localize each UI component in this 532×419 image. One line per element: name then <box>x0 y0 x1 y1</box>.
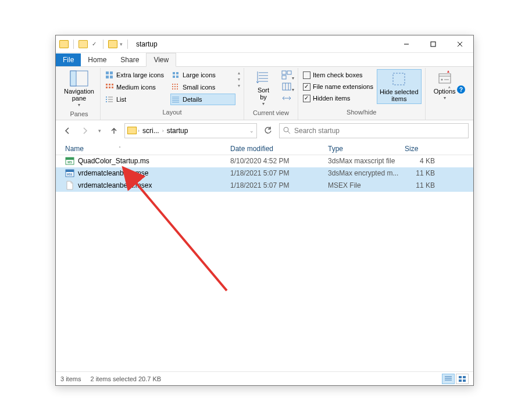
layout-list[interactable]: List <box>104 94 169 105</box>
svg-rect-26 <box>172 88 173 89</box>
svg-rect-28 <box>177 88 178 89</box>
folder-icon <box>59 40 69 48</box>
file-type: MSEX File <box>328 181 405 189</box>
svg-rect-67 <box>463 376 466 378</box>
file-date: 1/18/2021 5:07 PM <box>230 169 328 177</box>
file-name-extensions-checkbox[interactable]: ✓File name extensions <box>302 81 374 92</box>
file-size: 4 KB <box>405 157 440 165</box>
qat-folder-icon[interactable] <box>78 40 88 48</box>
status-selection: 2 items selected 20.7 KB <box>90 375 161 382</box>
layout-scroll-down[interactable]: ▾ <box>238 77 240 82</box>
svg-point-55 <box>284 127 288 132</box>
qat-properties-icon[interactable]: ✓ <box>90 40 98 48</box>
svg-rect-61 <box>66 170 74 172</box>
ribbon-group-panes: Navigation pane ▾ Panes <box>58 68 101 120</box>
column-name[interactable]: Name˄ <box>65 145 230 153</box>
file-row[interactable]: MSE vrdematcleanbeta.mse 1/18/2021 5:07 … <box>56 167 473 180</box>
addr-dropdown-icon[interactable]: ⌄ <box>249 128 254 134</box>
column-date[interactable]: Date modified <box>230 145 328 153</box>
hidden-items-checkbox[interactable]: ✓Hidden items <box>302 92 374 104</box>
dropdown-icon: ▾ <box>78 103 80 108</box>
back-button[interactable] <box>60 124 74 138</box>
svg-rect-33 <box>106 101 107 102</box>
breadcrumb-item[interactable]: startup <box>165 127 190 135</box>
add-columns-button[interactable]: ▾ <box>281 82 294 92</box>
titlebar[interactable]: ✓ ▾ startup <box>56 35 473 53</box>
sort-by-button[interactable]: Sort by▾ <box>248 69 279 108</box>
layout-scroll-up[interactable]: ▴ <box>238 70 240 76</box>
refresh-button[interactable] <box>260 123 276 138</box>
file-size: 11 KB <box>405 169 440 177</box>
hide-selected-items-button[interactable]: Hide selected items <box>377 69 422 104</box>
svg-rect-43 <box>282 71 286 74</box>
svg-rect-7 <box>110 71 113 74</box>
forward-button[interactable] <box>78 124 92 138</box>
view-details-button[interactable] <box>442 374 455 384</box>
options-icon <box>437 70 453 87</box>
file-row[interactable]: MS QuadColor_Startup.ms 8/10/2020 4:52 P… <box>56 155 473 167</box>
file-date: 1/18/2021 5:07 PM <box>230 181 328 189</box>
tab-view[interactable]: View <box>146 53 176 67</box>
file-icon <box>65 181 74 190</box>
svg-rect-14 <box>106 84 108 85</box>
layout-small[interactable]: Small icons <box>170 81 235 93</box>
svg-rect-19 <box>112 87 113 88</box>
navbar: ▾ › scri... › startup ⌄ Search startup <box>56 120 473 141</box>
tab-home[interactable]: Home <box>81 53 113 66</box>
layout-extra-large[interactable]: Extra large icons <box>104 69 169 81</box>
ribbon: Navigation pane ▾ Panes Extra large icon… <box>56 67 473 120</box>
column-size[interactable]: Size <box>405 145 473 153</box>
file-icon: MSE <box>65 169 74 178</box>
minimize-button[interactable] <box>393 35 420 52</box>
svg-rect-44 <box>287 71 291 74</box>
file-name: QuadColor_Startup.ms <box>78 157 230 165</box>
svg-rect-51 <box>439 74 451 83</box>
tab-share[interactable]: Share <box>113 53 146 66</box>
sort-icon <box>256 70 270 85</box>
layout-more[interactable]: ▾ <box>238 83 240 88</box>
chevron-up-icon: ˄ <box>448 86 451 94</box>
svg-rect-5 <box>70 71 76 86</box>
ribbon-group-layout: Extra large icons Large icons Medium ico… <box>101 68 244 120</box>
svg-rect-18 <box>109 87 110 88</box>
svg-rect-45 <box>282 76 286 79</box>
svg-rect-8 <box>106 76 109 78</box>
search-icon <box>283 127 291 134</box>
help-icon[interactable]: ? <box>457 85 465 94</box>
chevron-right-icon[interactable]: › <box>138 128 140 134</box>
qat-dropdown-icon[interactable]: ▾ <box>120 41 123 47</box>
file-date: 8/10/2020 4:52 PM <box>230 157 328 165</box>
view-large-button[interactable] <box>456 374 469 384</box>
svg-rect-27 <box>174 88 176 89</box>
svg-line-56 <box>288 131 290 134</box>
ribbon-collapse[interactable]: ˄? <box>443 85 470 94</box>
ribbon-group-options: Options ▾ <box>426 68 464 120</box>
breadcrumb-item[interactable]: scri... <box>141 127 161 135</box>
svg-rect-22 <box>177 84 178 85</box>
maximize-button[interactable] <box>420 35 447 52</box>
file-list[interactable]: MS QuadColor_Startup.ms 8/10/2020 4:52 P… <box>56 155 473 371</box>
up-button[interactable] <box>107 124 121 138</box>
layout-medium[interactable]: Medium icons <box>104 81 169 93</box>
close-button[interactable] <box>447 35 473 52</box>
file-icon: MS <box>65 156 74 166</box>
svg-rect-31 <box>106 99 107 100</box>
recent-dropdown[interactable]: ▾ <box>95 124 103 138</box>
svg-rect-15 <box>109 84 110 85</box>
tab-file[interactable]: File <box>56 53 81 66</box>
layout-details[interactable]: Details <box>170 94 235 105</box>
svg-rect-12 <box>173 76 175 78</box>
file-row[interactable]: vrdematcleanbeta.msex 1/18/2021 5:07 PM … <box>56 180 473 192</box>
search-input[interactable]: Search startup <box>279 123 469 138</box>
chevron-right-icon[interactable]: › <box>162 128 164 134</box>
item-check-boxes-checkbox[interactable]: Item check boxes <box>302 69 374 81</box>
address-bar[interactable]: › scri... › startup ⌄ <box>124 123 257 138</box>
svg-text:MSE: MSE <box>67 173 73 176</box>
size-columns-button[interactable] <box>281 94 294 104</box>
group-by-button[interactable]: ▾ <box>281 70 294 81</box>
svg-rect-17 <box>106 87 108 88</box>
column-type[interactable]: Type <box>328 145 405 153</box>
svg-rect-68 <box>459 379 462 382</box>
navigation-pane-button[interactable]: Navigation pane ▾ <box>62 69 97 109</box>
layout-large[interactable]: Large icons <box>170 69 235 81</box>
